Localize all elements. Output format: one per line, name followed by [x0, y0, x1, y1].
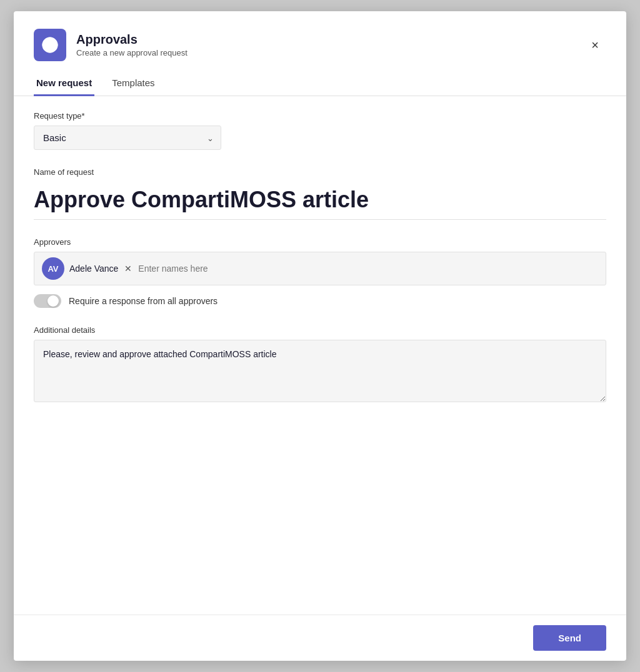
approver-name: Adele Vance [69, 264, 118, 274]
app-name: Approvals [76, 32, 584, 47]
app-info: Approvals Create a new approval request [76, 32, 584, 57]
dialog-footer: Send [14, 615, 626, 661]
close-button[interactable]: × [584, 34, 606, 56]
additional-details-label: Additional details [34, 325, 606, 335]
tabs-bar: New request Templates [14, 71, 626, 96]
approvers-input[interactable] [138, 264, 248, 274]
approver-chip: AV Adele Vance ✕ [42, 257, 133, 280]
request-type-dropdown[interactable]: Basic [34, 126, 221, 150]
request-type-dropdown-wrapper: Basic ⌄ [34, 126, 221, 150]
toggle-row: Require a response from all approvers [34, 294, 606, 308]
app-icon [34, 29, 66, 61]
require-all-approvers-toggle[interactable] [34, 294, 61, 308]
send-button[interactable]: Send [533, 625, 606, 651]
name-of-request-input[interactable] [34, 182, 606, 220]
additional-details-section: Additional details Please, review and ap… [34, 325, 606, 405]
approvals-dialog: Approvals Create a new approval request … [14, 11, 626, 661]
approvers-section: Approvers AV Adele Vance ✕ Require a res… [34, 237, 606, 308]
approvers-field[interactable]: AV Adele Vance ✕ [34, 252, 606, 285]
name-of-request-label: Name of request [34, 167, 606, 177]
name-of-request-section: Name of request [34, 167, 606, 220]
tab-templates[interactable]: Templates [109, 71, 157, 96]
approvals-icon [41, 36, 59, 54]
remove-approver-button[interactable]: ✕ [123, 264, 133, 273]
request-type-label: Request type* [34, 111, 606, 121]
additional-details-textarea[interactable]: Please, review and approve attached Comp… [34, 340, 606, 402]
toggle-thumb [48, 295, 59, 307]
toggle-label: Require a response from all approvers [69, 296, 218, 306]
request-type-section: Request type* Basic ⌄ [34, 111, 606, 150]
dialog-content: Request type* Basic ⌄ Name of request Ap… [14, 96, 626, 615]
dialog-header: Approvals Create a new approval request … [14, 11, 626, 71]
avatar: AV [42, 257, 64, 280]
tab-new-request[interactable]: New request [34, 71, 94, 96]
approvers-label: Approvers [34, 237, 606, 247]
app-subtitle: Create a new approval request [76, 48, 584, 57]
